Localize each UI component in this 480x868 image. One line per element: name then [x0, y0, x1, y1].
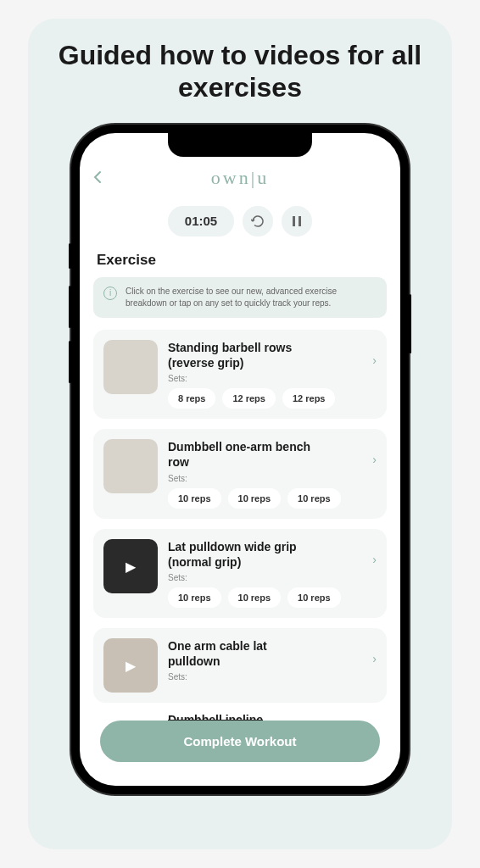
rep-pill[interactable]: 10 reps: [228, 488, 282, 509]
exercise-content: One arm cable lat pulldown Sets:: [168, 638, 377, 693]
sets-label: Sets:: [168, 374, 377, 383]
reps-row: 10 reps 10 reps 10 reps: [168, 488, 377, 509]
reps-row: 10 reps 10 reps 10 reps: [168, 587, 377, 608]
exercise-thumbnail: ▶: [103, 638, 158, 693]
info-icon: i: [103, 287, 117, 300]
rep-pill[interactable]: 8 reps: [168, 388, 215, 409]
pause-button[interactable]: [282, 206, 312, 236]
exercise-thumbnail: [103, 340, 158, 394]
exercise-thumbnail: ▶: [103, 539, 158, 593]
chevron-right-icon: ›: [372, 353, 377, 367]
sets-label: Sets:: [168, 672, 377, 682]
phone-volume-down: [69, 341, 71, 383]
complete-workout-button[interactable]: Complete Workout: [100, 721, 380, 762]
exercise-card[interactable]: Dumbbell one-arm bench row Sets: 10 reps…: [93, 429, 387, 518]
rep-pill[interactable]: 12 reps: [282, 388, 336, 409]
app-store-card: Guided how to videos for all exercises o…: [28, 19, 452, 849]
chevron-right-icon: ›: [372, 652, 377, 665]
svg-rect-1: [299, 216, 301, 226]
sets-label: Sets:: [168, 573, 377, 582]
exercise-list: Standing barbell rows (reverse grip) Set…: [80, 330, 400, 726]
reps-row: 8 reps 12 reps 12 reps: [168, 388, 377, 409]
exercise-thumbnail: [103, 439, 158, 493]
info-text: Click on the exercise to see our new, ad…: [126, 286, 377, 309]
rep-pill[interactable]: 10 reps: [228, 587, 282, 608]
exercise-name: One arm cable lat pulldown: [168, 638, 321, 669]
promo-title: Guided how to videos for all exercises: [45, 39, 435, 104]
chevron-left-icon: [93, 170, 102, 184]
phone-frame: own|u 01:05 Exercise i Click on the exer…: [71, 125, 409, 794]
exercise-name: Dumbbell one-arm bench row: [168, 439, 321, 470]
pause-icon: [292, 215, 302, 227]
phone-screen: own|u 01:05 Exercise i Click on the exer…: [80, 133, 400, 786]
exercise-content: Dumbbell one-arm bench row Sets: 10 reps…: [168, 439, 377, 508]
phone-notch: [168, 133, 312, 157]
play-icon: ▶: [126, 657, 136, 673]
rep-pill[interactable]: 10 reps: [168, 488, 221, 509]
phone-volume-up: [69, 286, 71, 328]
exercise-name: Standing barbell rows (reverse grip): [168, 340, 321, 370]
exercise-card[interactable]: ▶ One arm cable lat pulldown Sets: ›: [93, 628, 387, 703]
app-logo: own|u: [211, 167, 269, 189]
phone-power-button: [409, 294, 411, 353]
rep-pill[interactable]: 10 reps: [168, 587, 221, 608]
rep-pill[interactable]: 10 reps: [287, 488, 341, 509]
phone-mute-switch: [69, 243, 71, 269]
timer-display: 01:05: [168, 206, 234, 236]
rep-pill[interactable]: 10 reps: [287, 587, 341, 608]
exercise-name: Lat pulldown wide grip (normal grip): [168, 539, 321, 570]
exercise-card[interactable]: Standing barbell rows (reverse grip) Set…: [93, 330, 387, 419]
restart-button[interactable]: [243, 206, 273, 236]
svg-rect-0: [293, 216, 295, 226]
exercise-content: Standing barbell rows (reverse grip) Set…: [168, 340, 377, 409]
play-icon: ▶: [126, 558, 136, 574]
chevron-right-icon: ›: [372, 553, 377, 566]
exercise-card[interactable]: ▶ Lat pulldown wide grip (normal grip) S…: [93, 529, 387, 618]
chevron-right-icon: ›: [372, 453, 377, 466]
timer-controls: 01:05: [80, 199, 400, 252]
restart-icon: [251, 214, 265, 228]
section-title: Exercise: [80, 252, 400, 277]
sets-label: Sets:: [168, 474, 377, 483]
exercise-content: Lat pulldown wide grip (normal grip) Set…: [168, 539, 377, 608]
info-banner: i Click on the exercise to see our new, …: [93, 277, 387, 318]
rep-pill[interactable]: 12 reps: [222, 388, 276, 409]
back-button[interactable]: [93, 170, 102, 188]
